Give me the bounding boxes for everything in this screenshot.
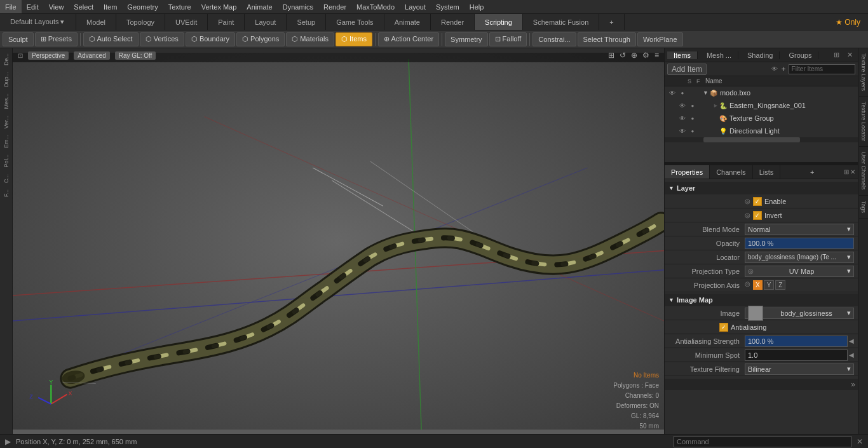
eye-icon2-3[interactable]: ● (688, 126, 698, 136)
viewport-zoom-icon[interactable]: ⊕ (631, 51, 637, 60)
constrai-btn[interactable]: Constrai... (532, 32, 576, 46)
menu-system[interactable]: System (431, 0, 465, 13)
props-tab-properties[interactable]: Properties (665, 165, 710, 179)
panel-tab-groups[interactable]: Groups (782, 51, 818, 59)
items-btn[interactable]: ⬡ Items (336, 32, 372, 46)
tab-render[interactable]: Render (431, 14, 475, 30)
filter-items-input[interactable] (789, 64, 855, 74)
viewport-mode[interactable]: Perspective (28, 51, 69, 60)
symmetry-btn[interactable]: Symmetry (445, 32, 488, 46)
menu-layout[interactable]: Layout (400, 0, 431, 13)
panel-expand-icon[interactable]: ⊞ (831, 51, 842, 59)
tex-filter-dropdown[interactable]: Bilinear ▾ (745, 363, 854, 375)
menu-animate[interactable]: Animate (241, 0, 277, 13)
invert-checkbox[interactable]: ✓ (753, 211, 762, 220)
viewport-shading[interactable]: Advanced (74, 51, 109, 60)
sculpt-btn[interactable]: Sculpt (3, 32, 34, 46)
menu-maxtomodo[interactable]: MaxToModo (351, 0, 400, 13)
proj-type-dropdown[interactable]: ◎ UV Map ▾ (745, 266, 854, 277)
tab-layout[interactable]: Layout (245, 14, 287, 30)
panel-tab-shading[interactable]: Shading (741, 51, 780, 59)
item-directional-light[interactable]: 👁 ● 💡 Directional Light (665, 125, 858, 137)
menu-edit[interactable]: Edit (22, 0, 44, 13)
eye-icon-2[interactable]: 👁 (677, 113, 688, 123)
bottom-arrow-icon[interactable]: ▶ (5, 437, 11, 446)
menu-render[interactable]: Render (318, 0, 351, 13)
eye-icon-3[interactable]: 👁 (677, 126, 688, 136)
image-value[interactable]: body_glossiness ▾ (745, 308, 854, 319)
tab-animate[interactable]: Animate (384, 14, 431, 30)
sidebar-item-deformers[interactable]: De... (2, 51, 11, 68)
panel-tab-items[interactable]: Items (667, 51, 698, 59)
eye-icon-1[interactable]: 👁 (677, 100, 688, 111)
sidebar-item-c[interactable]: C... (2, 172, 11, 186)
props-expand-icon[interactable]: ⊞ (844, 168, 849, 175)
opacity-input[interactable] (745, 238, 854, 249)
tab-paint[interactable]: Paint (208, 14, 245, 30)
sidebar-item-vertices[interactable]: Ver... (2, 113, 11, 132)
layout-dropdown[interactable]: Default Layouts ▾ (0, 14, 76, 30)
sidebar-item-pol[interactable]: Pol... (2, 152, 11, 170)
items-scroll-thumb[interactable] (703, 137, 800, 142)
menu-item[interactable]: Item (98, 0, 122, 13)
viewport-settings-icon[interactable]: ⚙ (642, 51, 649, 60)
falloff-btn[interactable]: ⊡ Falloff (489, 32, 527, 46)
min-spot-value[interactable]: ◀ (745, 350, 854, 361)
auto-select-btn[interactable]: ⬡ Auto Select (83, 32, 139, 46)
menu-geometry[interactable]: Geometry (122, 0, 163, 13)
props-close-icon[interactable]: ✕ (850, 168, 855, 175)
sidebar-item-mesh[interactable]: Mes... (2, 91, 11, 112)
sidebar-item-dup[interactable]: Dup... (2, 69, 11, 90)
image-dropdown[interactable]: body_glossiness ▾ (745, 308, 854, 319)
tab-scripting[interactable]: Scripting (475, 14, 523, 30)
menu-view[interactable]: View (44, 0, 69, 13)
materials-btn[interactable]: ⬡ Materials (286, 32, 334, 46)
locator-value[interactable]: body_glossiness (Image) (Te ... ▾ (745, 252, 854, 263)
enable-checkbox[interactable]: ✓ (753, 197, 762, 206)
eye-icon2-1[interactable]: ● (688, 100, 698, 111)
antialias-checkbox[interactable]: ✓ (719, 323, 728, 332)
boundary-btn[interactable]: ⬡ Boundary (186, 32, 235, 46)
menu-help[interactable]: Help (465, 0, 489, 13)
panel-close-icon[interactable]: ✕ (844, 51, 855, 59)
tab-game-tools[interactable]: Game Tools (326, 14, 384, 30)
props-tab-lists[interactable]: Lists (753, 165, 781, 179)
blend-mode-dropdown[interactable]: Normal ▾ (745, 224, 854, 235)
y-axis-button[interactable]: Y (764, 280, 775, 290)
props-expand-right-icon[interactable]: » (851, 380, 855, 389)
tab-tags[interactable]: Tags (859, 196, 868, 219)
items-plus-icon[interactable]: + (780, 65, 787, 74)
eye-icon2-0[interactable]: ● (677, 88, 688, 98)
eye-icon-0[interactable]: 👁 (667, 88, 677, 98)
tab-schematic[interactable]: Schematic Fusion (523, 14, 599, 30)
tab-uvedit[interactable]: UVEdit (165, 14, 208, 30)
locator-dropdown[interactable]: body_glossiness (Image) (Te ... ▾ (745, 252, 854, 263)
select-through-btn[interactable]: Select Through (578, 32, 636, 46)
x-axis-button[interactable]: X (753, 280, 763, 290)
viewport-fit-icon[interactable]: ⊞ (608, 51, 614, 60)
item-modo-bxo[interactable]: 👁 ● ▼ 📦 modo.bxo (665, 86, 858, 99)
workplane-btn[interactable]: WorkPlane (637, 32, 683, 46)
action-center-btn[interactable]: ⊕ Action Center (378, 32, 439, 46)
antialias-strength-input[interactable] (745, 336, 848, 347)
props-tab-channels[interactable]: Channels (710, 165, 752, 179)
opacity-value[interactable] (745, 238, 854, 249)
presets-btn[interactable]: ⊞ Presets (35, 32, 78, 46)
min-spot-input[interactable] (745, 350, 848, 361)
viewport-menu-icon[interactable]: ≡ (654, 51, 659, 60)
proj-type-value[interactable]: ◎ UV Map ▾ (745, 266, 854, 277)
tab-user-channels[interactable]: User Channels (859, 147, 868, 196)
antialias-strength-value[interactable]: ◀ (745, 336, 854, 347)
tex-filter-value[interactable]: Bilinear ▾ (745, 363, 854, 375)
items-scrollbar[interactable] (665, 137, 858, 142)
menu-select[interactable]: Select (69, 0, 98, 13)
tab-plus[interactable]: + (599, 14, 624, 30)
eye-icon2-2[interactable]: ● (688, 113, 698, 123)
tab-texture-locator[interactable]: Texture Locator (859, 97, 868, 147)
add-item-button[interactable]: Add Item (667, 64, 707, 75)
tab-setup[interactable]: Setup (287, 14, 326, 30)
expand-arrow-0[interactable]: ▼ (703, 90, 709, 96)
props-add-button[interactable]: + (806, 165, 818, 179)
viewport[interactable]: X Y Z ⊡ Perspective Advanced Ray GL: Off… (13, 48, 664, 434)
command-input[interactable] (674, 436, 851, 447)
